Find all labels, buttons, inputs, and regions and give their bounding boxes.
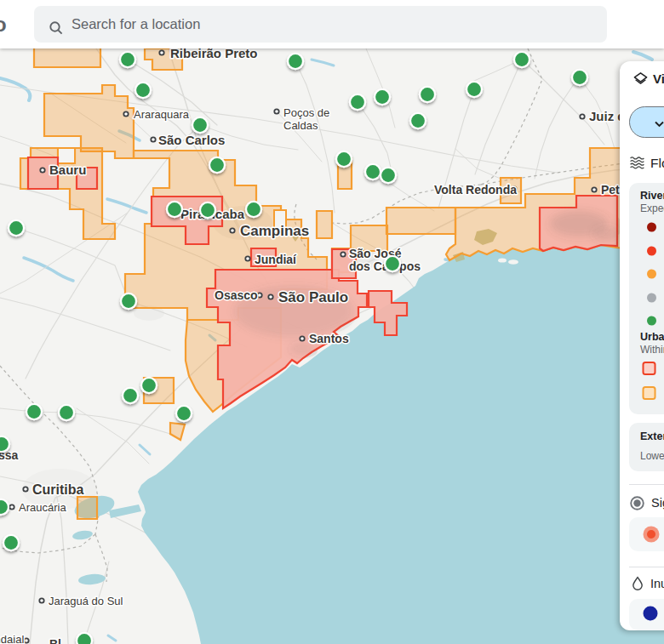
svg-text:Jundiaí: Jundiaí [255,253,297,266]
svg-text:Volta Redonda: Volta Redonda [434,183,517,197]
svg-text:São Paulo: São Paulo [278,289,348,305]
svg-text:Campinas: Campinas [240,223,309,239]
svg-text:Bauru: Bauru [49,162,86,177]
svg-text:Poços de: Poços de [283,106,329,119]
svg-text:Santos: Santos [309,332,349,345]
svg-text:São Carlos: São Carlos [158,133,225,147]
svg-text:Araraquara: Araraquara [134,108,190,121]
svg-text:Jaraguá do Sul: Jaraguá do Sul [49,595,123,607]
svg-text:Bl: Bl [49,637,61,644]
svg-text:Curitiba: Curitiba [32,482,84,497]
svg-text:Indaial: Indaial [0,633,24,644]
svg-text:Osasco: Osasco [215,288,258,302]
svg-text:Araucária: Araucária [19,501,66,514]
svg-text:Caldas: Caldas [283,119,318,132]
